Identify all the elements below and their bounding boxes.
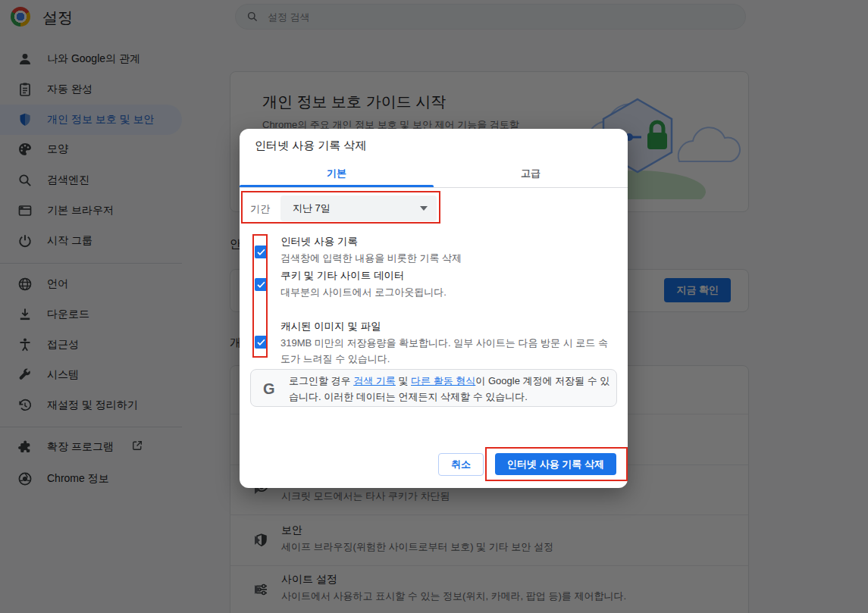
tab-basic[interactable]: 기본 <box>240 159 434 187</box>
checkbox-subtitle: 검색창에 입력한 내용을 비롯한 기록 삭제 <box>280 250 616 266</box>
dialog-title: 인터넷 사용 기록 삭제 <box>255 139 367 153</box>
checkbox-subtitle: 대부분의 사이트에서 로그아웃됩니다. <box>280 284 616 300</box>
cancel-button[interactable]: 취소 <box>438 453 484 476</box>
time-range-label: 기간 <box>250 202 270 216</box>
dropdown-arrow-icon <box>420 206 428 211</box>
clear-browsing-data-dialog: 인터넷 사용 기록 삭제 기본 고급 기간 지난 7일 인터넷 사용 기록 검색… <box>240 129 628 488</box>
notice-text: 로그인할 경우 검색 기록 및 다른 활동 형식이 Google 계정에 저장될… <box>289 373 610 405</box>
google-g-icon: G <box>263 380 275 398</box>
cookies-checkbox[interactable] <box>255 278 268 291</box>
time-range-value: 지난 7일 <box>293 202 331 215</box>
search-history-link[interactable]: 검색 기록 <box>353 375 396 386</box>
clear-data-button[interactable]: 인터넷 사용 기록 삭제 <box>495 453 616 475</box>
cached-images-checkbox[interactable] <box>255 336 268 349</box>
browsing-history-checkbox[interactable] <box>255 246 268 258</box>
google-signin-notice: G 로그인할 경우 검색 기록 및 다른 활동 형식이 Google 계정에 저… <box>250 369 617 407</box>
checkbox-title: 쿠키 및 기타 사이트 데이터 <box>280 269 405 283</box>
checkbox-title: 캐시된 이미지 및 파일 <box>280 320 381 333</box>
time-range-select[interactable]: 지난 7일 <box>280 195 437 221</box>
other-activity-link[interactable]: 다른 활동 형식 <box>411 375 475 386</box>
dialog-divider <box>240 187 628 188</box>
tab-advanced[interactable]: 고급 <box>434 159 628 187</box>
checkbox-title: 인터넷 사용 기록 <box>280 235 358 249</box>
checkbox-subtitle: 319MB 미만의 저장용량을 확보합니다. 일부 사이트는 다음 방문 시 로… <box>280 335 616 367</box>
